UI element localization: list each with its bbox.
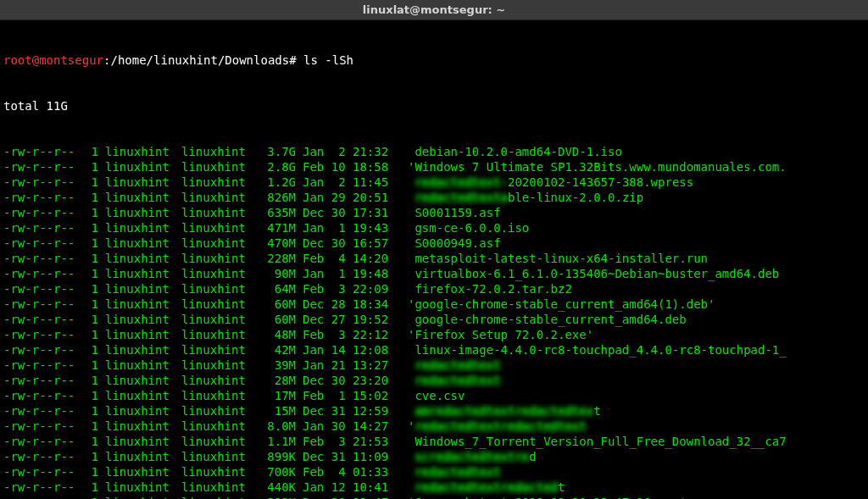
file-row: -rw-r--r--1linuxhintlinuxhint826MJan 29 …	[3, 190, 865, 205]
file-date: Feb 4 01:33	[296, 464, 398, 480]
file-group: linuxhint	[181, 327, 258, 342]
file-links: 1	[80, 434, 105, 449]
file-size: 470M	[258, 236, 296, 251]
file-links: 1	[80, 449, 105, 464]
file-group: linuxhint	[181, 297, 258, 312]
file-links: 1	[80, 236, 105, 251]
file-row: -rw-r--r--1linuxhintlinuxhint8.0MJan 30 …	[3, 419, 865, 434]
file-date: Jan 1 19:43	[296, 220, 398, 236]
file-group: linuxhint	[181, 434, 258, 449]
file-owner: linuxhint	[105, 266, 181, 281]
file-perms: -rw-r--r--	[3, 419, 80, 434]
file-owner: linuxhint	[105, 403, 181, 419]
command-text: ls -lSh	[303, 53, 353, 67]
file-size: 1.1M	[258, 434, 296, 449]
file-links: 1	[80, 388, 105, 403]
file-row: -rw-r--r--1linuxhintlinuxhint700KFeb 4 0…	[3, 464, 865, 480]
file-perms: -rw-r--r--	[3, 251, 80, 266]
file-group: linuxhint	[181, 205, 258, 220]
file-perms: -rw-r--r--	[3, 342, 80, 358]
file-group: linuxhint	[181, 190, 258, 205]
file-group: linuxhint	[181, 236, 258, 251]
file-date: Feb 3 22:12	[296, 327, 398, 342]
file-row: -rw-r--r--1linuxhintlinuxhint2.8GFeb 10 …	[3, 159, 865, 175]
file-perms: -rw-r--r--	[3, 464, 80, 480]
terminal-output[interactable]: root@montsegur:/home/linuxhint/Downloads…	[0, 20, 868, 499]
file-name: redactedtextredactedt	[398, 480, 865, 495]
file-name: 'google-chrome-stable_current_amd64(1).d…	[398, 297, 865, 312]
file-links: 1	[80, 205, 105, 220]
file-size: 90M	[258, 266, 296, 281]
file-links: 1	[80, 373, 105, 388]
file-owner: linuxhint	[105, 342, 181, 358]
file-name: linux-image-4.4.0-rc8-touchpad_4.4.0-rc8…	[398, 342, 865, 358]
file-size: 471M	[258, 220, 296, 236]
file-group: linuxhint	[181, 373, 258, 388]
file-date: Jan 2 21:32	[296, 144, 398, 159]
file-name: redactedtext	[398, 373, 865, 388]
file-owner: linuxhint	[105, 495, 181, 499]
file-owner: linuxhint	[105, 480, 181, 495]
file-perms: -rw-r--r--	[3, 190, 80, 205]
file-links: 1	[80, 144, 105, 159]
file-row: -rw-r--r--1linuxhintlinuxhint17MFeb 1 15…	[3, 388, 865, 403]
file-group: linuxhint	[181, 175, 258, 190]
file-size: 17M	[258, 388, 296, 403]
prompt-at: @	[32, 53, 39, 67]
file-owner: linuxhint	[105, 251, 181, 266]
file-date: Jan 1 19:48	[296, 266, 398, 281]
file-group: linuxhint	[181, 281, 258, 297]
file-name: virtualbox-6.1_6.1.0-135406~Debian~buste…	[398, 266, 865, 281]
file-date: Feb 3 21:53	[296, 434, 398, 449]
file-links: 1	[80, 495, 105, 499]
file-owner: linuxhint	[105, 464, 181, 480]
file-name: 'Windows 7 Ultimate SP1.32Bits.www.mundo…	[398, 159, 865, 175]
file-links: 1	[80, 190, 105, 205]
file-owner: linuxhint	[105, 388, 181, 403]
file-owner: linuxhint	[105, 205, 181, 220]
file-group: linuxhint	[181, 480, 258, 495]
file-links: 1	[80, 480, 105, 495]
file-date: Dec 30 17:31	[296, 205, 398, 220]
file-group: linuxhint	[181, 449, 258, 464]
file-date: Feb 10 18:58	[296, 159, 398, 175]
file-size: 3.7G	[258, 144, 296, 159]
file-owner: linuxhint	[105, 297, 181, 312]
file-name: metasploit-latest-linux-x64-installer.ru…	[398, 251, 865, 266]
total-line: total 11G	[3, 98, 865, 114]
file-links: 1	[80, 175, 105, 190]
file-perms: -rw-r--r--	[3, 220, 80, 236]
file-perms: -rw-r--r--	[3, 266, 80, 281]
titlebar-text: linuxlat@montsegur: ~	[363, 3, 505, 16]
file-perms: -rw-r--r--	[3, 480, 80, 495]
file-links: 1	[80, 358, 105, 373]
file-date: Jan 30 14:27	[296, 419, 398, 434]
file-size: 333K	[258, 495, 296, 499]
file-size: 700K	[258, 464, 296, 480]
file-perms: -rw-r--r--	[3, 297, 80, 312]
file-row: -rw-r--r--1linuxhintlinuxhint60MDec 28 1…	[3, 297, 865, 312]
file-name: cve.csv	[398, 388, 865, 403]
file-size: 28M	[258, 373, 296, 388]
file-links: 1	[80, 327, 105, 342]
prompt-host: montsegur	[39, 53, 103, 67]
file-name: google-chrome-stable_current_amd64.deb	[398, 312, 865, 327]
listing-rows: -rw-r--r--1linuxhintlinuxhint3.7GJan 2 2…	[3, 144, 865, 499]
file-owner: linuxhint	[105, 159, 181, 175]
file-owner: linuxhint	[105, 358, 181, 373]
file-owner: linuxhint	[105, 312, 181, 327]
file-name: amredactedtextredactedtext	[398, 403, 865, 419]
prompt-path: /home/linuxhint/Downloads	[110, 53, 289, 67]
file-row: -rw-r--r--1linuxhintlinuxhint440KJan 12 …	[3, 480, 865, 495]
file-group: linuxhint	[181, 342, 258, 358]
file-row: -rw-r--r--1linuxhintlinuxhint1.1MFeb 3 2…	[3, 434, 865, 449]
file-name: Windows_7_Torrent_Version_Full_Free_Down…	[398, 434, 865, 449]
file-date: Feb 1 15:02	[296, 388, 398, 403]
file-owner: linuxhint	[105, 327, 181, 342]
file-group: linuxhint	[181, 144, 258, 159]
file-row: -rw-r--r--1linuxhintlinuxhint228MFeb 4 1…	[3, 251, 865, 266]
file-size: 826M	[258, 190, 296, 205]
prompt-line: root@montsegur:/home/linuxhint/Downloads…	[3, 53, 865, 68]
file-name: redactedtext-20200102-143657-388.wpress	[398, 175, 865, 190]
file-perms: -rw-r--r--	[3, 358, 80, 373]
